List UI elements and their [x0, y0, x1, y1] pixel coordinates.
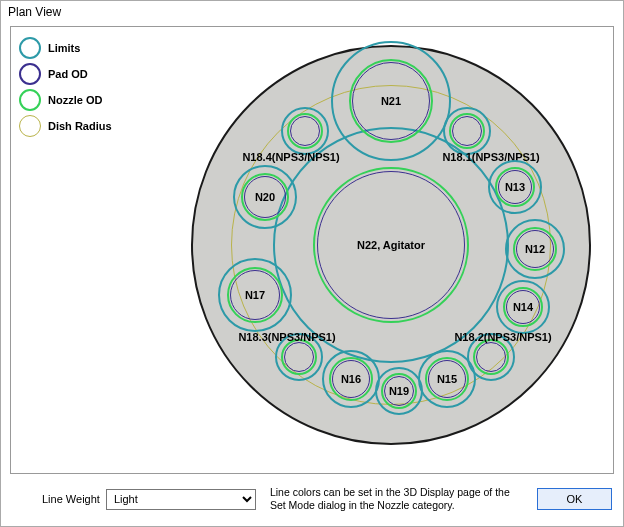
ok-button[interactable]: OK	[537, 488, 612, 510]
nozzle-label-N19: N19	[389, 385, 409, 397]
nozzle-label-N16: N16	[341, 373, 361, 385]
line-weight-select[interactable]: Light	[106, 489, 256, 510]
plan-view-window: Plan View LimitsPad ODNozzle ODDish Radi…	[0, 0, 624, 527]
window-title: Plan View	[1, 1, 623, 23]
nozzle-label-N13: N13	[505, 181, 525, 193]
footer-hint: Line colors can be set in the 3D Display…	[270, 486, 523, 511]
nozzle-padod-N18.4	[290, 116, 320, 146]
nozzle-label-N18.4: N18.4(NPS3/NPS1)	[242, 151, 339, 163]
line-weight-label: Line Weight	[42, 493, 100, 505]
plan-canvas: N22, AgitatorN21N18.4(NPS3/NPS1)N18.1(NP…	[11, 27, 613, 473]
nozzle-label-N18.3: N18.3(NPS3/NPS1)	[238, 331, 335, 343]
plan-panel: LimitsPad ODNozzle ODDish Radius N22, Ag…	[10, 26, 614, 474]
nozzle-label-N12: N12	[525, 243, 545, 255]
nozzle-label-N21: N21	[381, 95, 401, 107]
agitator-label: N22, Agitator	[357, 239, 425, 251]
footer: Line Weight Light Line colors can be set…	[10, 480, 614, 518]
nozzle-label-N14: N14	[513, 301, 533, 313]
nozzle-padod-N18.3	[284, 342, 314, 372]
nozzle-padod-N18.1	[452, 116, 482, 146]
nozzle-label-N20: N20	[255, 191, 275, 203]
nozzle-label-N15: N15	[437, 373, 457, 385]
nozzle-label-N18.2: N18.2(NPS3/NPS1)	[454, 331, 551, 343]
nozzle-padod-N18.2	[476, 342, 506, 372]
nozzle-label-N17: N17	[245, 289, 265, 301]
